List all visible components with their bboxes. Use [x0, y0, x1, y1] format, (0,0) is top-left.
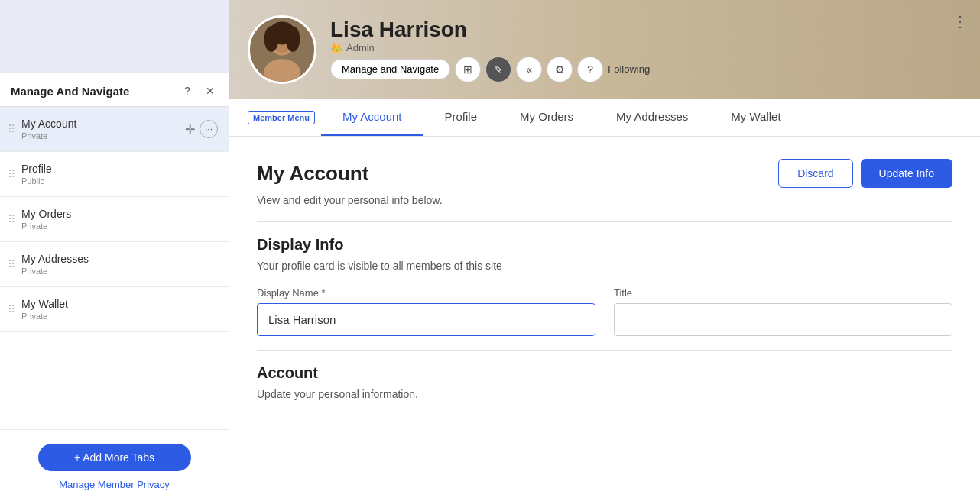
drag-handle-icon: ⠿ [8, 303, 15, 315]
drag-handle-icon: ⠿ [8, 213, 15, 225]
grid-icon-button[interactable]: ⊞ [455, 57, 481, 82]
tab-my-account[interactable]: My Account [321, 99, 423, 136]
edit-icon-button[interactable]: ✎ [485, 57, 511, 82]
sidebar-item-content: My Addresses Private [21, 253, 218, 276]
manage-privacy-link[interactable]: Manage Member Privacy [59, 479, 170, 490]
tab-my-wallet[interactable]: My Wallet [709, 99, 802, 136]
sidebar-item-my-orders[interactable]: ⠿ My Orders Private [0, 197, 229, 242]
settings-icon-button[interactable]: ⚙ [547, 57, 573, 82]
update-info-button[interactable]: Update Info [861, 159, 952, 188]
sidebar-item-content: My Orders Private [21, 208, 218, 231]
tab-profile[interactable]: Profile [423, 99, 499, 136]
account-subtitle: Update your personal information. [257, 388, 952, 400]
sidebar-item-label: My Account [21, 118, 185, 130]
drag-handle-icon: ⠿ [8, 168, 15, 180]
avatar [248, 15, 316, 84]
sidebar-item-label: My Addresses [21, 253, 218, 265]
sidebar-item-sublabel: Private [21, 267, 218, 276]
sidebar-item-label: My Wallet [21, 298, 218, 310]
sidebar-header-icons: ? ✕ [180, 83, 218, 99]
sidebar-item-sublabel: Private [21, 131, 185, 141]
more-options-icon[interactable]: ⋮ [952, 12, 968, 31]
back-icon-button[interactable]: « [516, 57, 542, 82]
sidebar-item-my-addresses[interactable]: ⠿ My Addresses Private [0, 242, 229, 287]
profile-details: Lisa Harrison 👑 Admin Manage and Navigat… [330, 18, 650, 82]
drag-handle-icon: ⠿ [8, 123, 15, 135]
sidebar-item-label: Profile [21, 163, 218, 175]
sidebar-item-sublabel: Public [21, 176, 218, 186]
svg-point-7 [271, 23, 294, 40]
content-header: My Account Discard Update Info [257, 159, 952, 188]
add-tabs-button[interactable]: + Add More Tabs [38, 444, 191, 471]
manage-navigate-label: Manage and Navigate [342, 63, 439, 75]
sidebar-items: ⠿ My Account Private ✛ ··· ⠿ Profile Pub… [0, 107, 229, 429]
sidebar-item-content: My Wallet Private [21, 298, 218, 321]
page-subtitle: View and edit your personal info below. [257, 194, 952, 206]
following-text: Following [608, 63, 650, 75]
help-icon-button[interactable]: ? [577, 57, 603, 82]
profile-name: Lisa Harrison [330, 18, 650, 42]
sidebar-item-content: My Account Private [21, 118, 185, 141]
manage-navigate-button[interactable]: Manage and Navigate [330, 59, 450, 79]
title-label: Title [614, 287, 952, 299]
discard-button[interactable]: Discard [778, 159, 852, 188]
title-input[interactable] [614, 303, 952, 336]
sidebar: Manage And Navigate ? ✕ ⠿ My Account Pri… [0, 0, 229, 501]
sidebar-item-label: My Orders [21, 208, 218, 220]
divider [257, 221, 952, 222]
tab-my-addresses[interactable]: My Addresses [595, 99, 709, 136]
sidebar-title: Manage And Navigate [11, 85, 129, 98]
divider-2 [257, 350, 952, 351]
sidebar-item-sublabel: Private [21, 312, 218, 321]
close-icon[interactable]: ✕ [203, 83, 218, 99]
profile-role: 👑 Admin [330, 42, 650, 53]
role-label: Admin [346, 42, 375, 53]
sidebar-item-actions: ✛ ··· [185, 120, 218, 138]
account-title: Account [257, 364, 952, 382]
title-group: Title [614, 287, 952, 336]
crown-icon: 👑 [330, 42, 342, 53]
display-name-label: Display Name * [257, 287, 595, 299]
sidebar-item-profile[interactable]: ⠿ Profile Public [0, 152, 229, 197]
content-header-actions: Discard Update Info [778, 159, 952, 188]
tab-my-orders[interactable]: My Orders [498, 99, 595, 136]
main-area: Lisa Harrison 👑 Admin Manage and Navigat… [229, 0, 980, 501]
item-menu-icon[interactable]: ··· [200, 120, 218, 138]
sidebar-header: Manage And Navigate ? ✕ [0, 73, 229, 107]
content-area: My Account Discard Update Info View and … [229, 137, 980, 501]
sidebar-top-bar [0, 0, 229, 73]
profile-banner: Lisa Harrison 👑 Admin Manage and Navigat… [229, 0, 980, 99]
display-info-subtitle: Your profile card is visible to all memb… [257, 260, 952, 272]
member-menu-label: Member Menu [248, 111, 315, 124]
drag-handle-icon: ⠿ [8, 258, 15, 270]
display-name-row: Display Name * Title [257, 287, 952, 336]
display-name-input[interactable] [257, 303, 595, 336]
member-menu-bar: Member Menu My Account Profile My Orders… [229, 99, 980, 137]
help-icon[interactable]: ? [180, 83, 195, 99]
sidebar-item-content: Profile Public [21, 163, 218, 186]
sidebar-item-my-wallet[interactable]: ⠿ My Wallet Private [0, 287, 229, 332]
nav-tabs: My Account Profile My Orders My Addresse… [321, 99, 803, 136]
toolbar-row: Manage and Navigate ⊞ ✎ « ⚙ ? Following [330, 57, 650, 82]
display-name-group: Display Name * [257, 287, 595, 336]
sidebar-footer: + Add More Tabs Manage Member Privacy [0, 429, 229, 501]
display-info-title: Display Info [257, 236, 952, 254]
page-title: My Account [257, 162, 368, 186]
move-icon[interactable]: ✛ [185, 122, 195, 137]
sidebar-item-my-account[interactable]: ⠿ My Account Private ✛ ··· [0, 107, 229, 152]
sidebar-item-sublabel: Private [21, 221, 218, 231]
